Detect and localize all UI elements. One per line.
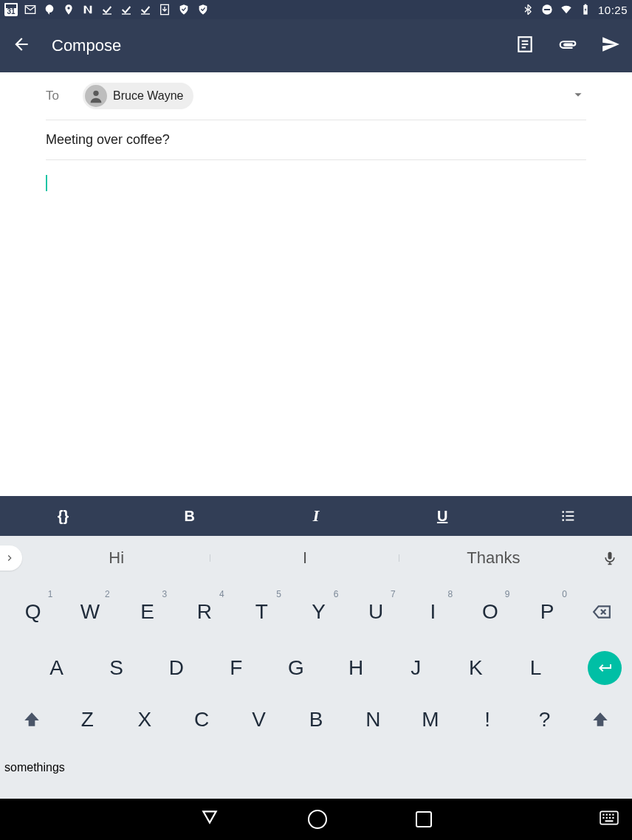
svg-point-16 [563,511,565,513]
subject-row[interactable] [46,120,586,160]
expand-suggestions-button[interactable] [0,545,22,571]
svg-point-15 [93,91,98,96]
mic-button[interactable] [588,548,632,568]
svg-rect-30 [609,817,611,819]
location-icon [62,3,75,16]
recipient-name: Bruce Wayne [113,89,183,103]
key-p[interactable]: P0 [521,586,574,638]
key-e[interactable]: E3 [120,586,174,638]
back-button[interactable] [12,35,31,57]
suggestion-2[interactable]: I [210,548,399,568]
to-row[interactable]: To Bruce Wayne [46,72,586,120]
svg-rect-25 [606,814,608,816]
wifi-icon [560,3,573,16]
back-nav-button[interactable] [200,808,219,830]
check-down-icon [139,3,152,16]
key-s[interactable]: S [88,642,145,694]
key-g[interactable]: G [267,642,324,694]
key-y[interactable]: Y6 [292,586,346,638]
key-excl[interactable]: ! [461,694,515,746]
check-down-icon [100,3,114,16]
list-button[interactable] [506,508,632,524]
text-cursor [46,175,47,191]
status-bar: 31 10:25 [0,0,632,19]
download-icon [158,3,171,16]
key-w[interactable]: W2 [63,586,117,638]
enter-key[interactable] [588,651,622,685]
italic-button[interactable]: I [253,506,379,526]
key-l[interactable]: L [507,642,564,694]
bold-button[interactable]: B [126,508,253,525]
key-a[interactable]: A [28,642,85,694]
svg-rect-26 [609,814,611,816]
shift-key[interactable] [6,694,58,746]
key-k[interactable]: K [447,642,504,694]
shield-check-icon [196,3,210,16]
hangouts-icon [43,3,56,16]
dnd-icon [540,3,554,16]
attachment-icon[interactable] [558,35,577,57]
suggestion-bar: Hi I Thanks [0,536,632,580]
key-n[interactable]: N [346,694,400,746]
calendar-icon: 31 [4,3,18,16]
key-x[interactable]: X [117,694,171,746]
compose-area: To Bruce Wayne [0,72,632,496]
key-f[interactable]: F [207,642,264,694]
keyboard-switch-button[interactable] [600,810,619,828]
svg-rect-28 [602,817,604,819]
body-input[interactable] [31,160,632,496]
n-icon [81,3,95,16]
key-j[interactable]: J [388,642,444,694]
key-d[interactable]: D [148,642,205,694]
underline-button[interactable]: U [379,508,506,525]
svg-point-18 [563,515,565,517]
app-bar: Compose [0,19,632,72]
battery-charging-icon [579,3,592,16]
suggestion-3[interactable]: Thanks [399,548,588,568]
svg-rect-8 [544,9,550,10]
key-i[interactable]: I8 [406,586,460,638]
clock-text: 10:25 [598,4,628,16]
key-r[interactable]: R4 [177,586,231,638]
check-down-icon [120,3,133,16]
key-quest[interactable]: ? [518,694,571,746]
home-nav-button[interactable] [308,810,327,829]
svg-rect-21 [566,520,574,521]
mail-icon [24,3,37,16]
code-braces-button[interactable]: {} [0,508,126,525]
to-label: To [46,89,83,103]
key-v[interactable]: V [232,694,286,746]
svg-rect-3 [103,13,111,14]
svg-point-2 [67,7,69,9]
recipient-chip[interactable]: Bruce Wayne [83,83,193,109]
key-t[interactable]: T5 [235,586,289,638]
svg-rect-24 [602,814,604,816]
svg-point-20 [563,519,565,521]
key-u[interactable]: U7 [348,586,402,638]
key-h[interactable]: H [328,642,385,694]
recents-nav-button[interactable] [416,811,432,827]
svg-rect-29 [606,817,608,819]
svg-rect-19 [566,515,574,517]
backspace-key[interactable] [577,586,626,638]
expand-recipients-button[interactable] [570,86,586,106]
shift-key-right[interactable] [574,694,626,746]
svg-rect-22 [608,552,612,560]
page-title: Compose [52,36,121,55]
suggestion-1[interactable]: Hi [22,548,210,568]
document-icon[interactable] [515,35,535,57]
key-o[interactable]: O9 [463,586,517,638]
bluetooth-icon [521,3,535,16]
svg-rect-10 [585,4,587,6]
svg-rect-32 [605,820,614,822]
subject-input[interactable] [46,132,586,148]
send-button[interactable] [601,35,620,57]
svg-point-1 [46,4,54,13]
key-z[interactable]: Z [61,694,114,746]
key-b[interactable]: B [289,694,343,746]
key-c[interactable]: C [174,694,228,746]
key-q[interactable]: Q1 [6,586,60,638]
avatar-icon [85,85,107,107]
keyboard: Q1W2E3R4T5Y6U7I8O9P0 ASDFGHJKL ZXCVBNM!?… [0,580,632,799]
key-m[interactable]: M [403,694,457,746]
